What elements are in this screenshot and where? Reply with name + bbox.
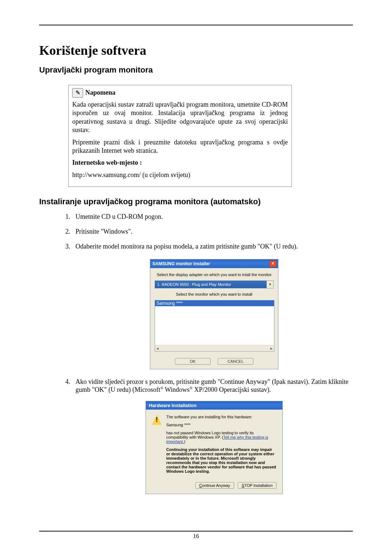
step-1: Umetnite CD u CD-ROM pogon. (72, 213, 353, 221)
warning-icon (152, 415, 162, 425)
page-number: 16 (39, 533, 353, 539)
hw-warning-paragraph: Continuing your installation of this sof… (166, 447, 277, 473)
note-website-url: http://www.samsung.com/ (u cijelom svije… (72, 171, 288, 179)
hw-button-row: Continue Anyway STOP Installation (146, 482, 282, 494)
monitor-listbox[interactable]: Samsung **** ◄ ► (155, 300, 274, 352)
installer-button-row: OK CANCEL (155, 358, 274, 365)
adapter-combobox[interactable]: 1. RADEON 9550 : Plug and Play Monitor ▼ (155, 280, 274, 288)
note-label: Napomena (85, 89, 115, 97)
continue-anyway-button[interactable]: Continue Anyway (195, 482, 234, 489)
chevron-down-icon[interactable]: ▼ (267, 280, 274, 288)
step-3-text: Odaberite model monitora na popisu model… (75, 243, 298, 250)
hw-line-2: has not passed Windows Logo testing to v… (166, 431, 277, 444)
note-website-label: Internetsko web-mjesto : (72, 159, 288, 167)
hw-titlebar: Hardware Installation (146, 401, 282, 410)
hardware-installation-dialog: Hardware Installation The software you a… (146, 401, 283, 494)
page-footer: 16 (39, 531, 353, 539)
step-4-text-b: Windows (163, 386, 189, 393)
hw-device-name: Samsung **** (166, 423, 277, 427)
section-heading-driver: Upravljački program monitora (39, 65, 353, 75)
monitor-list-item-selected[interactable]: Samsung **** (155, 300, 274, 306)
note-header: ✎ Napomena (72, 88, 288, 98)
registered-icon: ® (160, 386, 163, 390)
hw-body: The software you are installing for this… (146, 410, 282, 482)
adapter-combobox-value: 1. RADEON 9550 : Plug and Play Monitor (155, 280, 267, 288)
cancel-button[interactable]: CANCEL (218, 358, 253, 365)
section-heading-install: Instaliranje upravljačkog programa monit… (39, 197, 353, 206)
hw-line-1: The software you are installing for this… (166, 415, 277, 419)
note-icon: ✎ (72, 88, 83, 98)
close-icon[interactable]: × (269, 260, 277, 267)
btn-underline-char: C (199, 483, 202, 488)
btn-rest: TOP Installation (244, 483, 273, 488)
step-2: Pritisnite "Windows". (72, 228, 353, 235)
btn-rest: ontinue Anyway (202, 483, 230, 488)
installer-title-text: SAMSUNG monitor installer (152, 261, 210, 266)
installer-instruction-1: Select the display adapter on which you … (155, 272, 274, 277)
installer-titlebar: SAMSUNG monitor installer × (150, 259, 278, 268)
hw-text-column: The software you are installing for this… (166, 415, 277, 477)
document-page: Korištenje softvera Upravljački program … (0, 0, 392, 554)
installer-instruction-2: Select the monitor which you want to ins… (155, 292, 274, 296)
steps-list: Umetnite CD u CD-ROM pogon. Pritisnite "… (72, 213, 353, 494)
note-box: ✎ Napomena Kada operacijski sustav zatra… (68, 85, 292, 187)
hw-line-2b: ) (184, 439, 185, 444)
stop-installation-button[interactable]: STOP Installation (238, 482, 277, 489)
listbox-scrollbar[interactable]: ◄ ► (155, 345, 274, 351)
step-3: Odaberite model monitora na popisu model… (72, 243, 353, 369)
page-title: Korištenje softvera (39, 43, 353, 58)
installer-body: Select the display adapter on which you … (150, 268, 278, 369)
scroll-right-icon[interactable]: ► (270, 346, 273, 350)
ok-button[interactable]: OK (175, 358, 211, 365)
step-4-text-c: XP/2000 Operacijski sustav). (193, 386, 271, 393)
step-4: Ako vidite sljedeći prozor s porukom, pr… (72, 378, 353, 494)
top-rule (39, 25, 353, 25)
note-paragraph-2: Pripremite prazni disk i preuzmite datot… (72, 138, 288, 155)
registered-icon: ® (189, 386, 192, 390)
bottom-rule (39, 531, 353, 532)
note-paragraph-1: Kada operacijski sustav zatraži upravlja… (72, 100, 288, 135)
scroll-left-icon[interactable]: ◄ (156, 346, 159, 350)
installer-dialog: SAMSUNG monitor installer × Select the d… (150, 259, 278, 369)
